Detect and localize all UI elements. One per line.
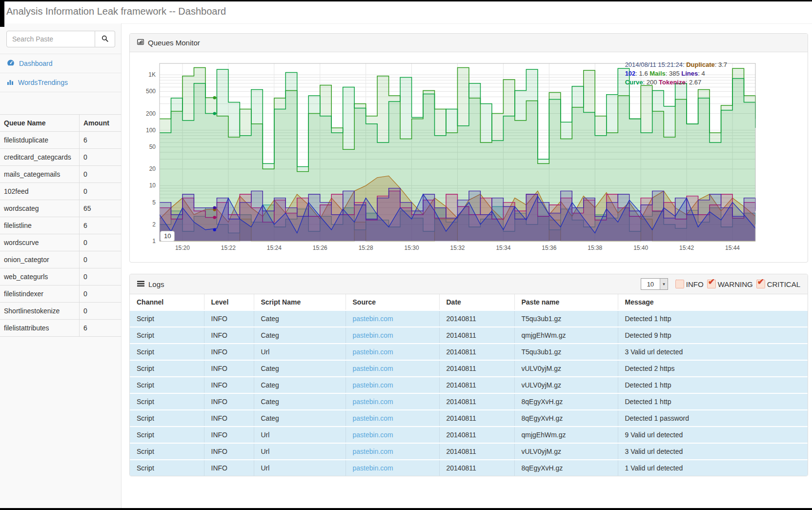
log-cell: Categ [254,410,345,427]
queue-amount: 0 [80,268,122,286]
log-cell-source: pastebin.com [345,310,439,327]
queues-chart-canvas[interactable]: 1251020501002005001K15:2015:2215:2415:26… [137,60,800,255]
log-cell-source: pastebin.com [345,410,439,427]
screen-edge-artifact [0,508,812,510]
chart-legend: 2014/08/11 15:21:24: Duplicate: 3.7102: … [625,61,727,87]
search-input[interactable] [6,31,95,47]
log-cell-source: pastebin.com [345,344,439,360]
queue-name: wordscurve [0,234,80,251]
log-cell: vULV0yjM.gz [514,377,618,393]
log-level-filters: ✔INFO✔WARNING✔CRITICAL [672,280,800,288]
sidebar-nav: Dashboard WordsTrendings [0,54,121,92]
log-cell: 9 Valid url detected [618,427,808,443]
log-source-link[interactable]: pastebin.com [353,448,393,455]
filter-info: ✔INFO [675,280,704,288]
log-cell-source: pastebin.com [345,377,439,393]
sidebar-item-wordstrendings[interactable]: WordsTrendings [0,73,121,92]
log-cell: Detected 1 http [618,393,808,410]
bar-chart-icon [7,79,14,87]
screen-edge-artifact [0,0,812,1]
log-source-link[interactable]: pastebin.com [353,365,393,372]
log-cell: Script [130,310,204,327]
queue-name: filelistattributes [0,320,80,337]
queue-row: wordscateg65 [0,200,121,217]
log-cell: INFO [204,310,254,327]
log-cell: Detected 1 password [618,410,808,427]
svg-text:15:40: 15:40 [633,245,648,251]
queue-row: filelistduplicate6 [0,132,121,149]
sidebar-item-label: WordsTrendings [18,79,68,86]
queue-row: Shortlinestokenize0 [0,303,121,320]
queue-name: mails_categemails [0,166,80,183]
log-source-link[interactable]: pastebin.com [353,315,393,323]
logs-table: ChannelLevelScript NameSourceDatePaste n… [130,294,808,476]
log-cell: Url [254,460,345,476]
logs-col-header: Channel [130,294,204,310]
log-cell: vULV0yjM.gz [514,443,618,460]
svg-text:15:22: 15:22 [221,245,236,251]
log-cell: INFO [204,393,254,410]
log-source-link[interactable]: pastebin.com [353,331,393,339]
queue-row: filelistattributes6 [0,320,121,337]
log-source-link[interactable]: pastebin.com [353,348,393,356]
svg-text:15:26: 15:26 [313,245,327,251]
svg-text:15:24: 15:24 [267,245,282,251]
svg-text:15:34: 15:34 [496,245,510,251]
log-source-link[interactable]: pastebin.com [353,414,393,422]
logs-col-header: Level [204,294,254,310]
queue-row: creditcard_categcards0 [0,149,121,166]
queue-name: Shortlinestokenize [0,303,80,320]
queue-name: onion_categtor [0,251,80,268]
sidebar: Dashboard WordsTrendings Queue Name Amou… [0,23,122,510]
svg-text:1: 1 [152,238,156,245]
log-cell-source: pastebin.com [345,360,439,377]
search-icon [102,35,108,43]
filter-checkbox-critical[interactable]: ✔ [756,280,765,288]
search-button[interactable] [95,31,115,47]
queues-chart[interactable]: 1251020501002005001K15:2015:2215:2415:26… [137,60,800,255]
sidebar-item-dashboard[interactable]: Dashboard [0,54,121,73]
log-cell: 8qEgyXvH.gz [514,410,618,427]
log-source-link[interactable]: pastebin.com [353,381,393,389]
logs-list-icon [137,280,144,288]
filter-checkbox-warning[interactable]: ✔ [707,280,716,288]
log-source-link[interactable]: pastebin.com [353,431,393,439]
queue-amount: 0 [80,183,122,200]
log-cell: 20140811 [439,377,514,393]
main-content: Queues Monitor 1251020501002005001K15:20… [129,33,808,488]
log-cell: INFO [204,344,254,360]
panel-title: Queues Monitor [148,39,200,47]
queue-name: filelistline [0,217,80,234]
log-cell: Script [130,427,204,443]
log-source-link[interactable]: pastebin.com [353,464,393,472]
log-cell: Script [130,327,204,344]
log-row: ScriptINFOCategpastebin.com201408118qEgy… [130,393,808,410]
queue-table-header-row: Queue Name Amount [0,115,121,132]
filter-label: CRITICAL [767,280,800,288]
log-row: ScriptINFOCategpastebin.com20140811T5qu3… [130,310,808,327]
logs-heading: Logs 10 ▼ ✔INFO✔WARNING✔CRITICAL [130,274,808,294]
svg-text:15:38: 15:38 [588,245,602,251]
queue-name: filelistduplicate [0,132,80,149]
log-cell: 20140811 [439,427,514,443]
page-size-select[interactable]: 10 ▼ [641,278,668,290]
svg-text:15:28: 15:28 [359,245,373,251]
queue-name: wordscateg [0,200,80,217]
log-cell: T5qu3ub1.gz [514,310,618,327]
logs-col-header: Date [439,294,514,310]
page-title: Analysis Information Leak framework -- D… [6,6,226,17]
panel-title: Logs [148,280,164,288]
queue-row: mails_categemails0 [0,166,121,183]
log-cell: Categ [254,393,345,410]
log-cell: Script [130,393,204,410]
queue-name: creditcard_categcards [0,149,80,166]
log-source-link[interactable]: pastebin.com [353,398,393,406]
filter-checkbox-info[interactable]: ✔ [675,280,684,288]
queue-row: web_categurls0 [0,268,121,286]
svg-text:5: 5 [152,199,156,206]
log-cell: INFO [204,360,254,377]
log-cell-source: pastebin.com [345,393,439,410]
search-form [6,31,115,47]
queue-amount: 6 [80,217,122,234]
page-size-value: 10 [641,281,660,288]
